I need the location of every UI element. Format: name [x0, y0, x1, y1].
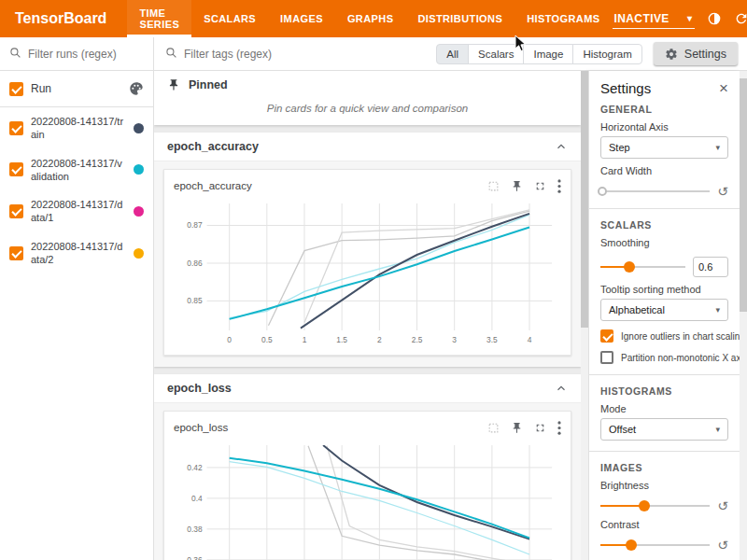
run-checkbox-validation[interactable]	[9, 162, 23, 176]
filter-scalars-button[interactable]: Scalars	[468, 44, 524, 64]
tab-scalars[interactable]: SCALARS	[191, 0, 268, 37]
pinned-label: Pinned	[189, 78, 228, 91]
run-color-dot[interactable]	[134, 206, 144, 217]
svg-text:0.85: 0.85	[187, 296, 203, 305]
tag-type-filter-group: All Scalars Image Histogram	[436, 37, 642, 70]
header-actions: INACTIVE ▾ ?	[613, 0, 747, 37]
chevron-up-icon[interactable]	[555, 382, 568, 395]
filter-runs-input[interactable]	[28, 48, 144, 61]
smoothing-slider[interactable]	[600, 266, 685, 268]
contrast-label: Contrast	[600, 519, 728, 530]
card-epoch-loss: epoch_loss 00.511.522.533.540.360.380.40…	[163, 411, 571, 560]
svg-text:3.5: 3.5	[486, 335, 498, 344]
filter-image-button[interactable]: Image	[523, 44, 573, 64]
svg-text:0: 0	[227, 335, 232, 344]
tab-graphs[interactable]: GRAPHS	[335, 0, 405, 37]
settings-scrollbar[interactable]	[740, 71, 747, 560]
status-label: INACTIVE	[614, 12, 669, 25]
settings-title: Settings	[600, 80, 651, 96]
run-name: 20220808-141317/data/2	[31, 240, 126, 267]
section-header[interactable]: epoch_loss	[154, 374, 581, 402]
svg-text:0.86: 0.86	[187, 259, 203, 268]
svg-text:0.5: 0.5	[261, 335, 273, 344]
tab-images[interactable]: IMAGES	[268, 0, 335, 37]
svg-text:0.42: 0.42	[187, 463, 203, 472]
pin-icon	[167, 78, 180, 91]
search-icon	[9, 46, 21, 63]
svg-text:3: 3	[452, 335, 457, 344]
tooltip-sorting-select[interactable]: Alphabetical ▾	[600, 299, 728, 321]
section-epoch-loss: epoch_loss epoch_loss	[154, 374, 581, 560]
partition-x-axis-label: Partition non-monotonic X axis i	[621, 353, 740, 363]
tab-histograms[interactable]: HISTOGRAMS	[514, 0, 612, 37]
run-color-dot[interactable]	[134, 123, 144, 133]
contrast-reset-icon[interactable]: ↺	[717, 539, 728, 552]
svg-text:0.36: 0.36	[187, 555, 203, 560]
run-name: 20220808-141317/validation	[31, 157, 126, 184]
svg-text:0.87: 0.87	[187, 220, 203, 230]
fullscreen-icon[interactable]	[534, 180, 546, 192]
theme-toggle-icon[interactable]	[707, 11, 722, 26]
svg-text:2.5: 2.5	[412, 335, 423, 344]
scrollbar-thumb[interactable]	[581, 71, 588, 328]
main-scrollbar[interactable]	[581, 71, 588, 560]
pin-icon[interactable]	[511, 180, 523, 192]
fit-domain-icon[interactable]	[487, 422, 500, 434]
horizontal-axis-label: Horizontal Axis	[600, 121, 728, 133]
chevron-down-icon: ▾	[715, 143, 720, 152]
horizontal-axis-select[interactable]: Step ▾	[600, 136, 728, 159]
contrast-slider[interactable]	[600, 544, 710, 546]
svg-text:1.5: 1.5	[336, 335, 347, 344]
tensorboard-app: TensorBoard TIME SERIES SCALARS IMAGES G…	[0, 0, 747, 560]
card-header: epoch_loss	[174, 417, 561, 438]
tab-time-series[interactable]: TIME SERIES	[127, 0, 191, 37]
brightness-slider[interactable]	[600, 505, 710, 507]
select-all-runs-checkbox[interactable]	[9, 82, 23, 96]
histogram-mode-select[interactable]: Offset ▾	[600, 418, 728, 441]
run-checkbox-data-2[interactable]	[9, 246, 23, 260]
main-nav: TIME SERIES SCALARS IMAGES GRAPHS DISTRI…	[127, 0, 612, 37]
fit-domain-icon[interactable]	[487, 180, 500, 192]
partition-x-axis-checkbox[interactable]	[600, 351, 613, 364]
run-color-dot[interactable]	[134, 164, 144, 175]
section-header[interactable]: epoch_accuracy	[154, 133, 581, 161]
scrollbar-thumb[interactable]	[740, 78, 747, 312]
chevron-up-icon[interactable]	[555, 140, 568, 153]
brightness-reset-icon[interactable]: ↺	[717, 499, 728, 512]
svg-text:0.38: 0.38	[187, 525, 203, 534]
epoch-loss-chart[interactable]: 00.511.522.533.540.360.380.40.42	[174, 438, 561, 560]
epoch-accuracy-chart[interactable]: 00.511.522.533.540.850.860.87	[174, 196, 561, 347]
run-row-data-2: 20220808-141317/data/2	[0, 232, 153, 274]
general-heading: GENERAL	[600, 104, 728, 115]
chevron-down-icon: ▾	[715, 305, 720, 315]
card-width-reset-icon[interactable]: ↺	[717, 185, 728, 198]
app-header: TensorBoard TIME SERIES SCALARS IMAGES G…	[0, 0, 747, 37]
gear-icon	[665, 48, 678, 61]
run-checkbox-train[interactable]	[9, 121, 23, 135]
pin-icon[interactable]	[511, 422, 523, 434]
smoothing-value-input[interactable]	[693, 257, 728, 277]
card-actions	[487, 421, 561, 435]
settings-button[interactable]: Settings	[654, 42, 738, 65]
brightness-label: Brightness	[600, 480, 728, 491]
smoothing-label: Smoothing	[600, 237, 728, 248]
filter-tags-input[interactable]	[184, 48, 425, 61]
kebab-menu-icon[interactable]	[557, 421, 561, 435]
filter-all-button[interactable]: All	[436, 44, 469, 64]
filter-histogram-button[interactable]: Histogram	[572, 44, 641, 64]
refresh-icon[interactable]	[734, 11, 747, 26]
section-title: epoch_accuracy	[167, 140, 259, 153]
histogram-mode-value: Offset	[609, 424, 636, 435]
card-width-slider[interactable]	[600, 190, 710, 192]
runs-header-row: Run	[0, 71, 153, 107]
reload-status-select[interactable]: INACTIVE ▾	[613, 9, 695, 29]
close-icon[interactable]: ×	[719, 80, 728, 96]
ignore-outliers-label: Ignore outliers in chart scaling	[621, 331, 740, 342]
run-checkbox-data-1[interactable]	[9, 204, 23, 218]
kebab-menu-icon[interactable]	[557, 179, 561, 193]
fullscreen-icon[interactable]	[534, 422, 546, 434]
tab-distributions[interactable]: DISTRIBUTIONS	[405, 0, 514, 37]
ignore-outliers-checkbox[interactable]	[600, 329, 613, 343]
run-color-dot[interactable]	[134, 248, 144, 259]
palette-icon[interactable]	[129, 81, 144, 96]
